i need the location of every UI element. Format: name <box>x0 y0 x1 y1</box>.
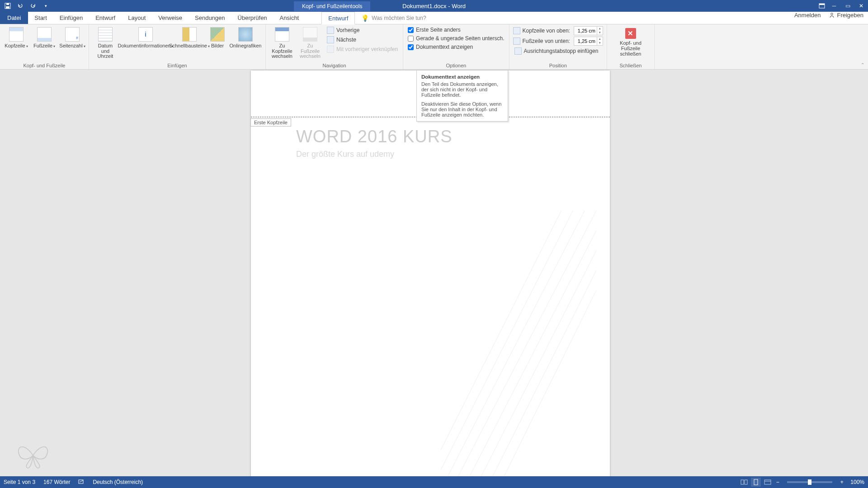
proofing-icon[interactable] <box>78 479 85 486</box>
share-label: Freigeben <box>837 12 863 19</box>
position-controls: Kopfzeile von oben: ▴▾ Fußzeile von unte… <box>513 26 603 55</box>
docinfo-icon: i <box>138 27 153 42</box>
page[interactable]: Erste Kopfzeile WORD 2016 KURS Der größt… <box>251 70 610 476</box>
group-label-options: Optionen <box>407 62 505 68</box>
tab-ueberpruefen[interactable]: Überprüfen <box>231 12 274 24</box>
tab-start[interactable]: Start <box>28 12 53 24</box>
first-page-different-checkbox[interactable]: Erste Seite anders <box>407 26 505 33</box>
pictures-icon <box>210 27 225 42</box>
save-icon[interactable] <box>4 2 12 10</box>
svg-line-13 <box>441 211 561 450</box>
footer-from-bottom-label: Fußzeile von unten: <box>523 38 570 44</box>
previous-icon <box>327 27 334 34</box>
insert-alignment-tab-button[interactable]: Ausrichtungstabstopp einfügen <box>513 47 603 55</box>
collapse-ribbon-icon[interactable]: ⌃ <box>861 62 864 67</box>
footer-from-bottom-input[interactable] <box>574 37 597 45</box>
signin-link[interactable]: Anmelden <box>794 12 821 19</box>
zoom-level[interactable]: 100% <box>850 479 864 485</box>
tab-verweise[interactable]: Verweise <box>152 12 189 24</box>
spin-down-icon[interactable]: ▾ <box>597 31 603 35</box>
tooltip-text1: Den Teil des Dokuments anzeigen, der sic… <box>421 81 503 98</box>
vorherige-button[interactable]: Vorherige <box>326 26 399 34</box>
zoom-out-button[interactable]: − <box>774 479 781 485</box>
close-button[interactable]: ✕ <box>854 0 868 12</box>
zoom-in-button[interactable]: + <box>839 479 845 485</box>
goto-footer-icon <box>303 27 317 42</box>
header-from-top-input[interactable] <box>574 27 597 35</box>
tab-layout[interactable]: Layout <box>122 12 152 24</box>
group-label-close: Schließen <box>611 62 651 68</box>
onlinegrafiken-button[interactable]: Onlinegrafiken <box>229 26 262 50</box>
svg-line-8 <box>464 250 596 476</box>
header-from-top-label: Kopfzeile von oben: <box>523 28 570 34</box>
butterfly-watermark-icon <box>13 431 53 472</box>
svg-rect-15 <box>741 480 744 484</box>
zoom-slider[interactable] <box>787 481 832 483</box>
file-tab[interactable]: Datei <box>0 12 28 24</box>
goto-header-icon <box>275 27 289 42</box>
svg-line-10 <box>487 291 596 476</box>
header-top-icon <box>513 27 520 34</box>
svg-rect-18 <box>764 480 771 484</box>
share-button[interactable]: Freigeben <box>829 12 863 19</box>
ribbon-display-options-icon[interactable] <box>816 0 827 12</box>
tab-entwurf-tools[interactable]: Entwurf <box>321 12 355 24</box>
tab-entwurf-main[interactable]: Entwurf <box>89 12 122 24</box>
group-close: ✕ Kopf- und Fußzeile schließen Schließen <box>607 24 655 69</box>
zoom-thumb[interactable] <box>808 479 811 485</box>
minimize-button[interactable]: ─ <box>827 0 841 12</box>
statusbar: Seite 1 von 3 167 Wörter Deutsch (Österr… <box>0 476 868 488</box>
close-hf-icon: ✕ <box>625 28 636 39</box>
quickparts-icon <box>182 27 197 42</box>
docinfo-button[interactable]: iDokumentinformationen <box>121 26 170 50</box>
online-pictures-icon <box>238 27 253 42</box>
odd-even-different-checkbox[interactable]: Gerade & ungerade Seiten untersch. <box>407 35 505 42</box>
undo-icon[interactable] <box>16 2 24 10</box>
document-area[interactable]: Erste Kopfzeile WORD 2016 KURS Der größt… <box>0 70 868 476</box>
fusszeile-button[interactable]: Fußzeile <box>32 26 57 50</box>
print-layout-icon[interactable] <box>751 478 761 487</box>
tooltip-text2: Deaktivieren Sie diese Option, wenn Sie … <box>421 101 503 117</box>
qat-more-icon[interactable]: ▾ <box>42 2 50 10</box>
bilder-button[interactable]: Bilder <box>208 26 226 50</box>
spin-down-icon[interactable]: ▾ <box>597 41 603 45</box>
close-header-footer-button[interactable]: ✕ Kopf- und Fußzeile schließen <box>611 28 651 56</box>
maximize-button[interactable]: ▭ <box>841 0 854 12</box>
tab-ansicht[interactable]: Ansicht <box>274 12 306 24</box>
language-indicator[interactable]: Deutsch (Österreich) <box>93 479 143 485</box>
seitenzahl-button[interactable]: #Seitenzahl <box>60 26 85 50</box>
svg-point-5 <box>831 13 833 14</box>
group-options: Erste Seite anders Gerade & ungerade Sei… <box>403 24 509 69</box>
datum-button[interactable]: Datum und Uhrzeit <box>93 26 118 60</box>
group-header-footer: Kopfzeile Fußzeile #Seitenzahl Kopf- und… <box>0 24 89 69</box>
svg-line-6 <box>441 211 596 476</box>
tell-me-search[interactable]: 💡Was möchten Sie tun? <box>361 12 426 24</box>
zu-kopfzeile-button[interactable]: Zu Kopfzeile wechseln <box>269 26 295 60</box>
naechste-button[interactable]: Nächste <box>326 36 399 44</box>
svg-line-12 <box>441 211 573 470</box>
svg-rect-2 <box>6 6 9 9</box>
web-layout-icon[interactable] <box>763 478 773 487</box>
group-label-nav: Navigation <box>269 62 399 68</box>
schnellbausteine-button[interactable]: Schnellbausteine <box>173 26 206 50</box>
nav-small-buttons: Vorherige Nächste Mit vorheriger verknüp… <box>326 26 399 53</box>
redo-icon[interactable] <box>29 2 37 10</box>
svg-line-9 <box>476 270 596 476</box>
read-mode-icon[interactable] <box>739 478 749 487</box>
tab-einfuegen[interactable]: Einfügen <box>53 12 89 24</box>
show-document-text-checkbox[interactable]: Dokumenttext anzeigen <box>407 43 505 51</box>
header-from-top-spinner[interactable]: ▴▾ <box>574 26 603 35</box>
svg-rect-1 <box>6 3 9 5</box>
kopfzeile-button[interactable]: Kopfzeile <box>4 26 29 50</box>
spin-up-icon[interactable]: ▴ <box>597 27 603 31</box>
lightbulb-icon: 💡 <box>361 14 369 22</box>
footer-from-bottom-row: Fußzeile von unten: ▴▾ <box>513 37 603 46</box>
tab-sendungen[interactable]: Sendungen <box>189 12 231 24</box>
group-label-insert: Einfügen <box>93 62 262 68</box>
page-indicator[interactable]: Seite 1 von 3 <box>4 479 35 485</box>
word-count[interactable]: 167 Wörter <box>43 479 70 485</box>
spin-up-icon[interactable]: ▴ <box>597 37 603 41</box>
zu-fusszeile-button[interactable]: Zu Fußzeile wechseln <box>297 26 323 60</box>
group-label-position: Position <box>513 62 603 68</box>
footer-from-bottom-spinner[interactable]: ▴▾ <box>574 37 603 46</box>
